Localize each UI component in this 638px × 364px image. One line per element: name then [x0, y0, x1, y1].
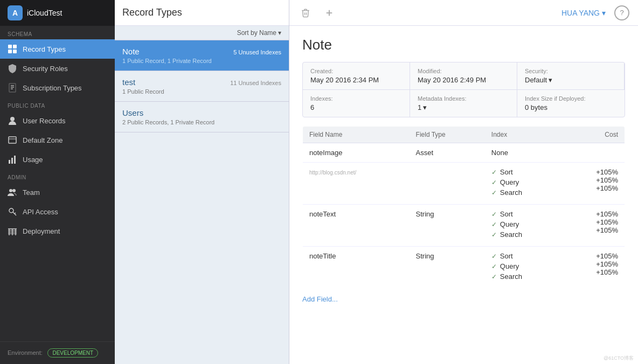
record-title: Note	[302, 37, 625, 53]
index-search-label: Search	[500, 230, 522, 239]
sort-chevron-icon[interactable]: ▾	[278, 29, 281, 37]
sort-label[interactable]: Sort by Name	[237, 29, 276, 37]
check-icon: ✓	[491, 179, 497, 186]
cost-cell: +105% +105% +105%	[563, 163, 625, 205]
record-item-users[interactable]: Users 2 Public Records, 1 Private Record	[115, 102, 289, 132]
sidebar-item-api-access[interactable]: API Access	[0, 202, 115, 221]
help-button[interactable]: ?	[614, 5, 629, 20]
sort-bar[interactable]: Sort by Name ▾	[115, 26, 289, 40]
metadata-chevron-icon: ▾	[423, 103, 427, 111]
record-sub: 2 Public Records, 1 Private Record	[122, 119, 281, 125]
col-field-type: Field Type	[410, 127, 485, 143]
index-query-label: Query	[500, 262, 519, 270]
security-value[interactable]: Default ▾	[525, 76, 616, 84]
attribution: @61CTO博客	[604, 355, 634, 362]
check-icon: ✓	[491, 263, 497, 270]
grid-icon	[8, 44, 17, 54]
svg-rect-3	[13, 50, 17, 53]
record-sub: 1 Public Record, 1 Private Record	[122, 58, 281, 64]
meta-modified: Modified: May 20 2016 2:49 PM	[410, 62, 517, 89]
zone-icon	[8, 135, 17, 145]
index-search-label: Search	[500, 272, 522, 281]
check-icon: ✓	[491, 221, 497, 228]
sidebar-item-default-zone[interactable]: Default Zone	[0, 130, 115, 150]
sidebar-item-team[interactable]: Team	[0, 183, 115, 202]
sidebar-item-label: Deployment	[23, 227, 60, 235]
sidebar-item-subscription-types[interactable]: Subscription Types	[0, 78, 115, 97]
table-row: noteImage Asset None	[303, 143, 625, 163]
table-row: http://blog.csdn.net/ ✓ Sort ✓ Query	[303, 163, 625, 205]
record-name: Note	[122, 47, 140, 56]
sidebar-item-label: Default Zone	[23, 136, 63, 144]
record-badge: 11 Unused Indexes	[230, 80, 281, 86]
index-sort-label: Sort	[500, 168, 513, 176]
sidebar-item-usage[interactable]: Usage	[0, 150, 115, 169]
cost-cell	[563, 143, 625, 163]
indexes-value: 6	[310, 103, 402, 111]
middle-panel-title: Record Types	[122, 7, 281, 18]
fields-table: Field Name Field Type Index Cost noteIma…	[302, 126, 625, 289]
add-button[interactable]	[322, 5, 337, 20]
meta-grid: Created: May 20 2016 2:34 PM Modified: M…	[302, 62, 625, 117]
col-field-name: Field Name	[303, 127, 410, 143]
field-type-cell	[410, 163, 485, 205]
environment-label: Environment:	[8, 349, 43, 356]
add-field-link[interactable]: Add Field...	[302, 289, 338, 310]
deploy-icon	[8, 226, 17, 236]
svg-rect-13	[14, 156, 16, 164]
environment-section: Environment: DEVELOPMENT	[0, 341, 115, 364]
document-icon	[8, 83, 17, 93]
main-body: Note Created: May 20 2016 2:34 PM Modifi…	[289, 26, 638, 364]
svg-point-8	[10, 117, 15, 121]
cost-cell: +105% +105% +105%	[563, 247, 625, 289]
sidebar-item-label: Usage	[23, 156, 43, 164]
svg-rect-9	[9, 137, 16, 143]
svg-rect-12	[11, 158, 13, 164]
record-item-note[interactable]: Note 5 Unused Indexes 1 Public Record, 1…	[115, 40, 289, 71]
field-name-cell: noteText	[303, 205, 410, 247]
delete-button[interactable]	[298, 5, 313, 20]
person-icon	[8, 116, 17, 125]
check-icon: ✓	[491, 253, 497, 260]
bar-icon	[8, 155, 17, 164]
meta-indexes: Indexes: 6	[303, 89, 410, 117]
index-sort-label: Sort	[500, 252, 513, 260]
sidebar-item-record-types[interactable]: Record Types	[0, 39, 115, 59]
field-name-cell: http://blog.csdn.net/	[303, 163, 410, 205]
app-icon: A	[8, 5, 23, 20]
sidebar-item-label: Record Types	[23, 45, 66, 53]
record-item-test[interactable]: test 11 Unused Indexes 1 Public Record	[115, 71, 289, 102]
col-index: Index	[485, 127, 563, 143]
key-icon	[8, 207, 17, 216]
environment-badge[interactable]: DEVELOPMENT	[47, 348, 98, 358]
svg-rect-11	[9, 160, 10, 164]
modified-value: May 20 2016 2:49 PM	[418, 76, 509, 84]
field-name-cell: noteImage	[303, 143, 410, 163]
check-icon: ✓	[491, 273, 497, 281]
svg-rect-2	[8, 50, 12, 53]
main-content: HUA YANG ▾ ? Note Created: May 20 2016 2…	[289, 0, 638, 364]
url-preview: http://blog.csdn.net/	[309, 170, 356, 176]
cost-cell: +105% +105% +105%	[563, 205, 625, 247]
sidebar-item-user-records[interactable]: User Records	[0, 111, 115, 130]
index-query-label: Query	[500, 178, 519, 186]
table-row: noteText String ✓ Sort ✓ Query ✓	[303, 205, 625, 247]
admin-section-label: ADMIN	[0, 169, 115, 183]
team-icon	[8, 187, 17, 197]
middle-header: Record Types	[115, 0, 289, 26]
schema-section-label: SCHEMA	[0, 26, 115, 39]
svg-point-14	[9, 189, 12, 192]
svg-rect-4	[9, 83, 16, 92]
user-menu[interactable]: HUA YANG ▾	[561, 9, 606, 17]
sidebar-item-security-roles[interactable]: Security Roles	[0, 59, 115, 78]
sidebar-item-label: Subscription Types	[23, 84, 82, 92]
index-size-label: Index Size if Deployed:	[525, 95, 617, 102]
record-name: Users	[122, 108, 143, 117]
metadata-indexes-value[interactable]: 1 ▾	[418, 103, 509, 111]
app-logo: A iCloudTest	[0, 0, 115, 26]
svg-rect-0	[8, 45, 12, 48]
index-search-label: Search	[500, 188, 522, 197]
field-type-cell: Asset	[410, 143, 485, 163]
sidebar-item-deployment[interactable]: Deployment	[0, 221, 115, 241]
created-label: Created:	[310, 68, 402, 74]
